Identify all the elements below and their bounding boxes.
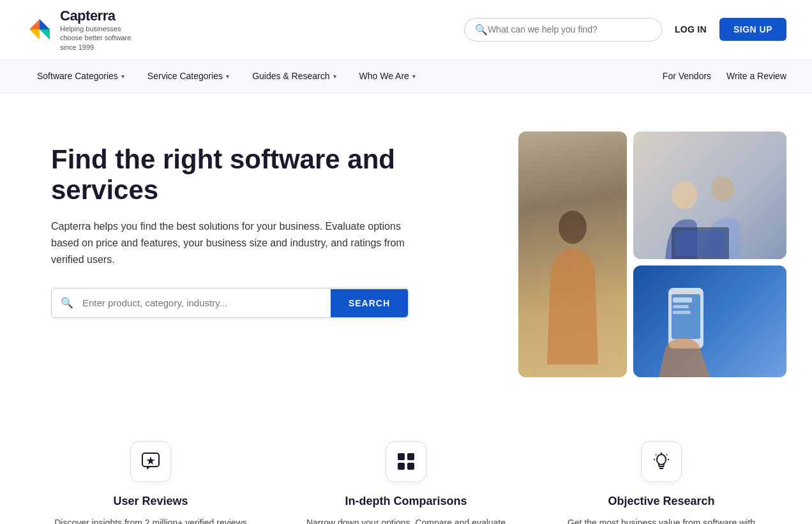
chevron-down-icon: ▾ bbox=[121, 73, 124, 80]
nav-item-software-categories[interactable]: Software Categories ▾ bbox=[26, 59, 136, 93]
nav-label-guides-research: Guides & Research bbox=[252, 71, 329, 81]
nav-write-review[interactable]: Write a Review bbox=[726, 71, 786, 81]
hero-images bbox=[518, 131, 786, 384]
logo-brand: Capterra bbox=[60, 8, 143, 24]
hero-search-bar[interactable]: 🔍 SEARCH bbox=[51, 288, 409, 318]
svg-rect-21 bbox=[398, 453, 405, 460]
svg-rect-13 bbox=[673, 311, 691, 314]
svg-point-4 bbox=[559, 211, 587, 244]
nav-item-guides-research[interactable]: Guides & Research ▾ bbox=[241, 59, 347, 93]
svg-marker-2 bbox=[40, 29, 50, 40]
signup-button[interactable]: SIGN UP bbox=[719, 18, 786, 41]
chevron-down-icon: ▾ bbox=[412, 73, 416, 80]
logo-text-group: Capterra Helping businesses choose bette… bbox=[60, 8, 143, 52]
logo-area[interactable]: Capterra Helping businesses choose bette… bbox=[26, 8, 143, 52]
nav-left: Software Categories ▾ Service Categories… bbox=[26, 59, 427, 93]
svg-line-29 bbox=[666, 454, 667, 455]
hero-title: Find the right software and services bbox=[51, 144, 460, 206]
hero-description: Capterra helps you find the best solutio… bbox=[51, 218, 409, 267]
feature-desc-research: Get the most business value from softwar… bbox=[559, 516, 763, 524]
feature-title-comparisons: In-depth Comparisons bbox=[345, 495, 467, 508]
hero-search-input[interactable] bbox=[82, 288, 331, 317]
svg-marker-1 bbox=[40, 19, 50, 29]
nav-item-who-we-are[interactable]: Who We Are ▾ bbox=[348, 59, 427, 93]
comparisons-icon-box bbox=[386, 441, 426, 482]
logo-tagline: Helping businesses choose better softwar… bbox=[60, 24, 143, 52]
feature-desc-reviews: Discover insights from 2 million+ verifi… bbox=[49, 516, 253, 524]
svg-point-6 bbox=[711, 176, 734, 202]
header-search-icon: 🔍 bbox=[475, 24, 488, 36]
nav-item-service-categories[interactable]: Service Categories ▾ bbox=[136, 59, 241, 93]
svg-rect-24 bbox=[407, 463, 414, 470]
star-chat-icon bbox=[140, 451, 161, 472]
header-search-input[interactable] bbox=[488, 24, 651, 34]
svg-point-5 bbox=[672, 181, 697, 209]
svg-rect-23 bbox=[398, 463, 405, 470]
hero-image-people-laptop bbox=[633, 131, 786, 259]
hero-image-woman-phone bbox=[518, 131, 627, 377]
svg-rect-8 bbox=[675, 230, 726, 256]
nav-right: For Vendors Write a Review bbox=[663, 71, 786, 81]
chevron-down-icon: ▾ bbox=[226, 73, 229, 80]
nav-for-vendors[interactable]: For Vendors bbox=[663, 71, 711, 81]
navigation-bar: Software Categories ▾ Service Categories… bbox=[0, 60, 812, 93]
svg-marker-3 bbox=[29, 29, 40, 40]
svg-line-28 bbox=[656, 454, 656, 455]
feature-user-reviews: User Reviews Discover insights from 2 mi… bbox=[49, 441, 253, 524]
hero-left: Find the right software and services Cap… bbox=[51, 131, 460, 318]
feature-comparisons: In-depth Comparisons Narrow down your op… bbox=[304, 441, 508, 524]
hero-search-button[interactable]: SEARCH bbox=[331, 289, 408, 317]
header-search-bar[interactable]: 🔍 bbox=[464, 18, 662, 41]
nav-label-service-categories: Service Categories bbox=[147, 71, 223, 81]
svg-rect-12 bbox=[673, 305, 689, 308]
svg-marker-20 bbox=[147, 456, 155, 465]
feature-desc-comparisons: Narrow down your options. Compare and ev… bbox=[304, 516, 508, 524]
features-section: User Reviews Discover insights from 2 mi… bbox=[0, 409, 812, 524]
nav-label-software-categories: Software Categories bbox=[37, 71, 118, 81]
feature-research: Objective Research Get the most business… bbox=[559, 441, 763, 524]
research-icon-box bbox=[641, 441, 682, 482]
hero-image-hand-phone bbox=[633, 266, 786, 377]
nav-label-who-we-are: Who We Are bbox=[359, 71, 409, 81]
hero-section: Find the right software and services Cap… bbox=[0, 93, 812, 409]
site-header: Capterra Helping businesses choose bette… bbox=[0, 0, 812, 60]
grid-icon bbox=[396, 451, 416, 472]
user-reviews-icon-box bbox=[130, 441, 171, 482]
chevron-down-icon: ▾ bbox=[333, 73, 336, 80]
svg-marker-0 bbox=[29, 19, 40, 29]
feature-title-research: Objective Research bbox=[608, 495, 714, 508]
login-button[interactable]: LOG IN bbox=[675, 24, 707, 34]
lightbulb-icon bbox=[651, 451, 672, 472]
header-right: 🔍 LOG IN SIGN UP bbox=[464, 18, 786, 41]
svg-point-25 bbox=[657, 454, 666, 465]
feature-title-reviews: User Reviews bbox=[113, 495, 188, 508]
svg-rect-22 bbox=[407, 453, 414, 460]
svg-rect-11 bbox=[673, 297, 692, 303]
capterra-logo-icon bbox=[26, 15, 54, 43]
hero-search-icon: 🔍 bbox=[52, 297, 82, 309]
